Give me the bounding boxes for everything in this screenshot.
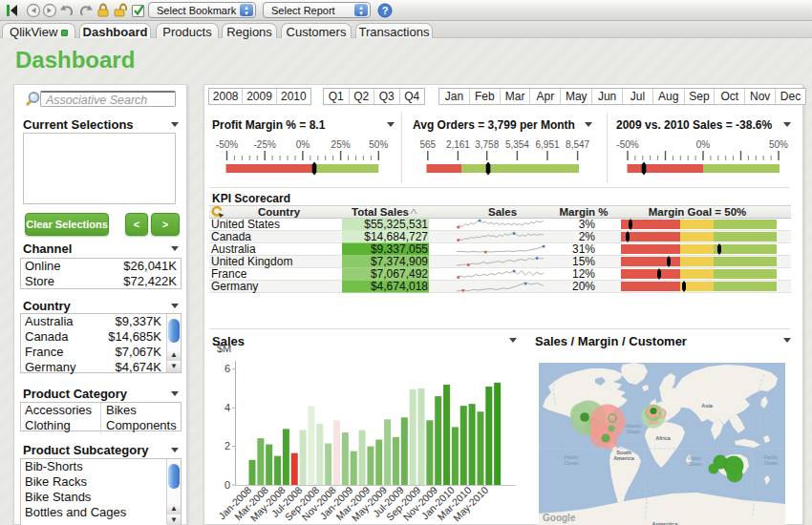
svg-text:20%: 20% xyxy=(572,280,595,293)
svg-text:?: ? xyxy=(382,5,389,16)
svg-text:$4,674,018: $4,674,018 xyxy=(371,280,428,293)
svg-text:Margin %: Margin % xyxy=(559,206,608,218)
svg-text:$7,374,909: $7,374,909 xyxy=(371,255,428,268)
svg-text:-50%: -50% xyxy=(616,139,638,150)
svg-text:50%: 50% xyxy=(769,139,788,150)
svg-text:0%: 0% xyxy=(696,139,711,150)
svg-text:$55,325,531: $55,325,531 xyxy=(364,218,428,231)
svg-text:50%: 50% xyxy=(369,139,388,150)
svg-text:America: America xyxy=(613,455,635,461)
svg-text:$7,067,492: $7,067,492 xyxy=(371,267,428,281)
svg-text:0%: 0% xyxy=(296,139,310,150)
svg-text:2: 2 xyxy=(224,440,230,452)
svg-text:$14,684,727: $14,684,727 xyxy=(364,230,428,243)
svg-text:15%: 15% xyxy=(572,255,595,268)
svg-text:Canada: Canada xyxy=(211,230,251,243)
svg-text:Africa: Africa xyxy=(655,435,672,441)
svg-text:Ocean: Ocean xyxy=(688,461,702,467)
svg-text:United Kingdom: United Kingdom xyxy=(211,255,292,268)
svg-text:$9,337,055: $9,337,055 xyxy=(371,242,428,256)
svg-text:Sales: Sales xyxy=(488,206,517,218)
svg-text:Ocean: Ocean xyxy=(565,460,579,466)
svg-text:Antarctica: Antarctica xyxy=(652,521,679,525)
svg-text:5,354: 5,354 xyxy=(505,139,529,150)
svg-text:3,758: 3,758 xyxy=(475,139,499,150)
svg-text:Ocean: Ocean xyxy=(764,460,779,466)
svg-text:8,547: 8,547 xyxy=(566,139,589,150)
svg-text:Ocean: Ocean xyxy=(627,429,641,434)
svg-text:12%: 12% xyxy=(572,267,595,281)
svg-text:565: 565 xyxy=(419,139,436,150)
svg-text:United States: United States xyxy=(211,218,280,231)
svg-text:25%: 25% xyxy=(331,139,351,150)
svg-text:Germany: Germany xyxy=(211,280,258,293)
svg-text:Country: Country xyxy=(258,206,301,218)
svg-text:6: 6 xyxy=(224,363,230,374)
svg-text:-50%: -50% xyxy=(216,139,238,150)
svg-text:France: France xyxy=(211,267,247,281)
svg-text:6,951: 6,951 xyxy=(535,139,559,150)
svg-text:Margin Goal = 50%: Margin Goal = 50% xyxy=(649,206,747,218)
svg-text:Google: Google xyxy=(543,513,576,523)
svg-text:Total Sales: Total Sales xyxy=(352,206,409,218)
svg-text:4: 4 xyxy=(224,402,230,413)
svg-text:3%: 3% xyxy=(579,218,596,231)
svg-text:Australia: Australia xyxy=(211,242,256,256)
svg-text:31%: 31% xyxy=(572,242,595,256)
svg-text:2%: 2% xyxy=(579,230,596,243)
svg-text:Asia: Asia xyxy=(701,403,714,409)
svg-text:$M: $M xyxy=(217,343,231,354)
svg-text:0: 0 xyxy=(224,479,230,491)
svg-text:2,161: 2,161 xyxy=(446,139,470,150)
svg-text:-25%: -25% xyxy=(254,139,276,150)
